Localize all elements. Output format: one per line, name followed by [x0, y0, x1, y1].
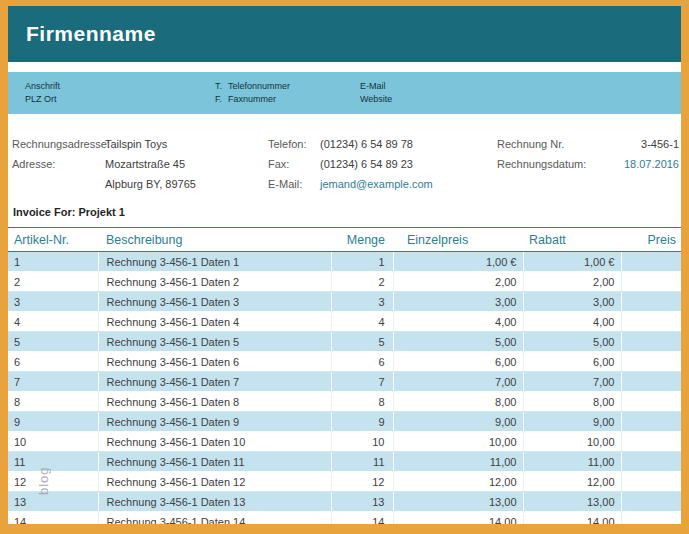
- items-table: Artikel-Nr. Beschreibung Menge Einzelpre…: [8, 227, 681, 524]
- cell-menge: 1: [331, 252, 393, 272]
- items-body: 1Rechnung 3-456-1 Daten 111,00 €1,00 €2R…: [8, 252, 681, 525]
- billing-labels: Rechnungsadresse: Adresse:: [12, 134, 110, 174]
- cell-menge: 5: [331, 332, 393, 352]
- table-row: 3Rechnung 3-456-1 Daten 333,003,00: [8, 292, 681, 312]
- cell-einzelpreis: 10,00: [393, 432, 523, 452]
- cell-menge: 2: [331, 272, 393, 292]
- cell-beschreibung: Rechnung 3-456-1 Daten 2: [98, 272, 331, 292]
- masthead: Firmenname: [8, 6, 681, 62]
- cell-einzelpreis: 13,00: [393, 492, 523, 512]
- header-einzelpreis: Einzelpreis: [393, 228, 523, 252]
- table-row: 7Rechnung 3-456-1 Daten 777,007,00: [8, 372, 681, 392]
- cell-einzelpreis: 9,00: [393, 412, 523, 432]
- cell-nr: 2: [8, 272, 98, 292]
- cell-beschreibung: Rechnung 3-456-1 Daten 1: [98, 252, 331, 272]
- address-city: Alpburg BY, 89765: [105, 174, 196, 194]
- contact-website-label: Website: [360, 93, 392, 106]
- billing-name: Tailspin Toys: [105, 134, 196, 154]
- cell-menge: 3: [331, 292, 393, 312]
- cell-nr: 9: [8, 412, 98, 432]
- fax-prefix: F.: [215, 93, 228, 106]
- fax-value: (01234) 6 54 89 23: [320, 154, 433, 174]
- cell-menge: 8: [331, 392, 393, 412]
- cell-preis: [621, 512, 681, 525]
- cell-rabatt: 12,00: [523, 472, 621, 492]
- contact-values: (01234) 6 54 89 78 (01234) 6 54 89 23 je…: [320, 134, 433, 194]
- cell-preis: [621, 432, 681, 452]
- contact-phone-block: T.Telefonnummer F.Faxnummer: [215, 80, 290, 106]
- invoice-number-value: 3-456-1: [624, 134, 679, 154]
- header-preis: Preis: [621, 228, 681, 252]
- cell-rabatt: 13,00: [523, 492, 621, 512]
- contact-address-line2: PLZ Ort: [25, 93, 60, 106]
- cell-beschreibung: Rechnung 3-456-1 Daten 3: [98, 292, 331, 312]
- cell-rabatt: 2,00: [523, 272, 621, 292]
- cell-beschreibung: Rechnung 3-456-1 Daten 7: [98, 372, 331, 392]
- cell-beschreibung: Rechnung 3-456-1 Daten 9: [98, 412, 331, 432]
- cell-nr: 11: [8, 452, 98, 472]
- email-value: jemand@example.com: [320, 174, 433, 194]
- cell-preis: [621, 312, 681, 332]
- table-row: 14Rechnung 3-456-1 Daten 141414,0014,00: [8, 512, 681, 525]
- cell-beschreibung: Rechnung 3-456-1 Daten 10: [98, 432, 331, 452]
- cell-menge: 12: [331, 472, 393, 492]
- cell-menge: 13: [331, 492, 393, 512]
- cell-einzelpreis: 6,00: [393, 352, 523, 372]
- cell-beschreibung: Rechnung 3-456-1 Daten 5: [98, 332, 331, 352]
- contact-address-line1: Anschrift: [25, 80, 60, 93]
- email-value-label: E-Mail:: [268, 174, 307, 194]
- contact-email-label: E-Mail: [360, 80, 392, 93]
- table-row: 9Rechnung 3-456-1 Daten 999,009,00: [8, 412, 681, 432]
- items-header: Artikel-Nr. Beschreibung Menge Einzelpre…: [8, 228, 681, 252]
- cell-menge: 9: [331, 412, 393, 432]
- contact-bar: Anschrift PLZ Ort T.Telefonnummer F.Faxn…: [8, 72, 681, 114]
- invoice-meta-values: 3-456-1 18.07.2016: [624, 134, 679, 174]
- cell-nr: 7: [8, 372, 98, 392]
- cell-einzelpreis: 14,00: [393, 512, 523, 525]
- table-row: 12Rechnung 3-456-1 Daten 121212,0012,00: [8, 472, 681, 492]
- cell-menge: 14: [331, 512, 393, 525]
- cell-beschreibung: Rechnung 3-456-1 Daten 12: [98, 472, 331, 492]
- cell-menge: 4: [331, 312, 393, 332]
- cell-nr: 1: [8, 252, 98, 272]
- cell-einzelpreis: 7,00: [393, 372, 523, 392]
- cell-rabatt: 11,00: [523, 452, 621, 472]
- cell-rabatt: 10,00: [523, 432, 621, 452]
- table-row: 2Rechnung 3-456-1 Daten 222,002,00: [8, 272, 681, 292]
- cell-rabatt: 6,00: [523, 352, 621, 372]
- company-name: Firmenname: [26, 22, 156, 46]
- phone-value-label: Telefon:: [268, 134, 307, 154]
- contact-fax-line: F.Faxnummer: [215, 93, 290, 106]
- header-rabatt: Rabatt: [523, 228, 621, 252]
- cell-einzelpreis: 4,00: [393, 312, 523, 332]
- cell-einzelpreis: 1,00 €: [393, 252, 523, 272]
- header-beschreibung: Beschreibung: [98, 228, 331, 252]
- invoice-date-value: 18.07.2016: [624, 154, 679, 174]
- phone-prefix: T.: [215, 80, 228, 93]
- cell-rabatt: 1,00 €: [523, 252, 621, 272]
- cell-beschreibung: Rechnung 3-456-1 Daten 14: [98, 512, 331, 525]
- cell-einzelpreis: 3,00: [393, 292, 523, 312]
- cell-rabatt: 14,00: [523, 512, 621, 525]
- blog-watermark: blog: [36, 466, 51, 495]
- cell-nr: 8: [8, 392, 98, 412]
- cell-nr: 6: [8, 352, 98, 372]
- cell-menge: 6: [331, 352, 393, 372]
- cell-nr: 14: [8, 512, 98, 525]
- cell-preis: [621, 272, 681, 292]
- phone-label: Telefonnummer: [228, 81, 290, 91]
- cell-rabatt: 4,00: [523, 312, 621, 332]
- phone-value: (01234) 6 54 89 78: [320, 134, 433, 154]
- invoice-number-label: Rechnung Nr.: [497, 134, 586, 154]
- invoice-sheet: Firmenname Anschrift PLZ Ort T.Telefonnu…: [8, 6, 681, 524]
- contact-labels: Telefon: Fax: E-Mail:: [268, 134, 307, 194]
- cell-preis: [621, 352, 681, 372]
- cell-nr: 5: [8, 332, 98, 352]
- cell-nr: 12: [8, 472, 98, 492]
- cell-menge: 10: [331, 432, 393, 452]
- cell-preis: [621, 452, 681, 472]
- cell-einzelpreis: 2,00: [393, 272, 523, 292]
- address-label: Adresse:: [12, 154, 110, 174]
- contact-phone-line: T.Telefonnummer: [215, 80, 290, 93]
- cell-nr: 13: [8, 492, 98, 512]
